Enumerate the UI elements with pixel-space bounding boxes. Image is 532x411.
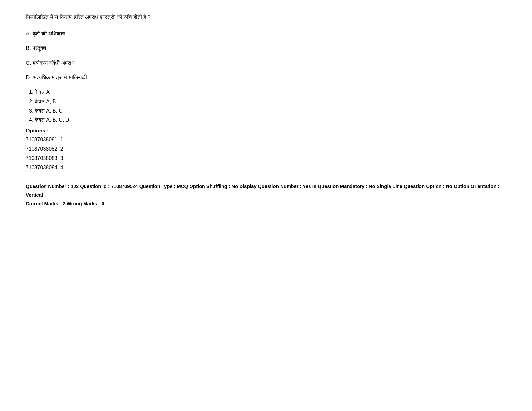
options-label: Options : (26, 128, 506, 134)
option-codes-list: 71087038081. 1 71087038082. 2 7108703808… (26, 135, 506, 172)
option-d-label: D. (26, 74, 31, 81)
option-b: B. प्रदूषण (26, 44, 506, 53)
sub-option-4-num: 4. (29, 117, 33, 122)
question-container: निम्नलिखित में से किसमें 'हरित अपराध शास… (26, 13, 506, 208)
sub-option-1-num: 1. (29, 89, 33, 95)
sub-option-3-text: केवल A, B, C (35, 108, 63, 113)
option-a-label: A. (26, 31, 31, 37)
option-code-3-code: 71087038083. (26, 155, 59, 161)
option-code-2: 71087038082. 2 (26, 144, 506, 154)
sub-option-1: 1. केवल A (29, 88, 506, 97)
sub-option-2: 2. केवल A, B (29, 97, 506, 106)
question-text: निम्नलिखित में से किसमें 'हरित अपराध शास… (26, 13, 506, 22)
option-a: A. वृक्षों की अधिकता (26, 29, 506, 38)
meta-line1: Question Number : 102 Question Id : 7108… (26, 182, 506, 199)
sub-option-2-num: 2. (29, 99, 33, 104)
option-code-1-val: 1 (60, 137, 63, 142)
option-b-label: B. (26, 45, 31, 51)
option-b-text: प्रदूषण (33, 45, 46, 51)
option-c: C. पर्यावरण संबंधी अपराध (26, 59, 506, 67)
option-code-4: 71087038084. 4 (26, 163, 506, 172)
option-code-2-code: 71087038082. (26, 146, 59, 152)
option-code-3: 71087038083. 3 (26, 154, 506, 163)
option-c-label: C. (26, 60, 31, 66)
question-meta: Question Number : 102 Question Id : 7108… (26, 182, 506, 208)
option-code-2-val: 2 (60, 146, 63, 152)
sub-option-4-text: केवल A, B, C, D (35, 117, 69, 122)
option-a-text: वृक्षों की अधिकता (33, 31, 65, 37)
option-code-3-val: 3 (60, 155, 63, 161)
sub-options-list: 1. केवल A 2. केवल A, B 3. केवल A, B, C 4… (29, 88, 506, 125)
option-code-4-code: 71087038084. (26, 165, 59, 170)
option-code-1-code: 71087038081. (26, 137, 59, 142)
sub-option-2-text: केवल A, B (35, 99, 56, 104)
sub-option-4: 4. केवल A, B, C, D (29, 115, 506, 125)
option-code-1: 71087038081. 1 (26, 135, 506, 144)
option-code-4-val: 4 (60, 165, 63, 170)
option-c-text: पर्यावरण संबंधी अपराध (33, 60, 74, 66)
sub-option-3: 3. केवल A, B, C (29, 106, 506, 116)
sub-option-3-num: 3. (29, 108, 33, 113)
option-d: D. अत्यधिक मात्रा में मात्स्यिकी (26, 73, 506, 82)
correct-marks: Correct Marks : 2 Wrong Marks : 0 (26, 199, 506, 208)
options-list: A. वृक्षों की अधिकता B. प्रदूषण C. पर्या… (26, 29, 506, 82)
option-d-text: अत्यधिक मात्रा में मात्स्यिकी (33, 74, 87, 81)
sub-option-1-text: केवल A (35, 89, 50, 95)
